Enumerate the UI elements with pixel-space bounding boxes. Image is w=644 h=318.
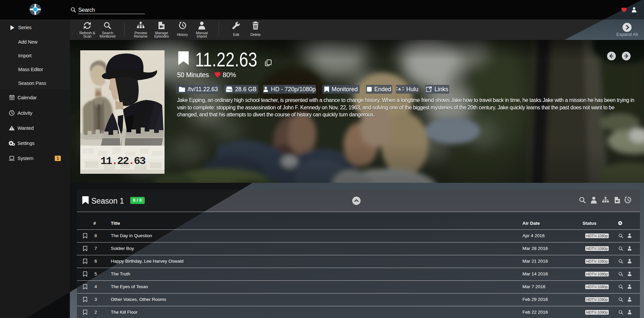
svg-text:A: A — [398, 87, 401, 91]
svg-text:11.22.63: 11.22.63 — [100, 155, 145, 167]
